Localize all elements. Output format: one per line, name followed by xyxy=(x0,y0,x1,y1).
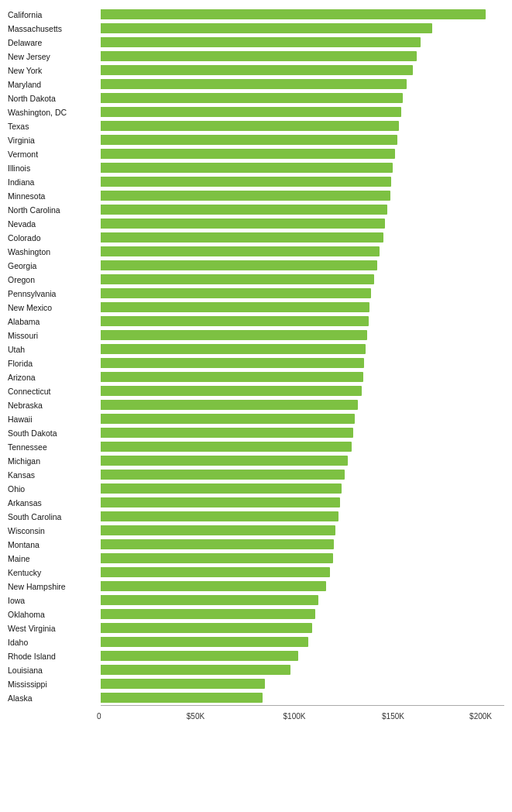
table-row: Utah xyxy=(8,342,504,356)
table-row: Maryland xyxy=(8,77,504,91)
bar-label: Massachusetts xyxy=(8,24,101,33)
bar-track xyxy=(101,149,504,159)
table-row: Virginia xyxy=(8,133,504,146)
table-row: Oregon xyxy=(8,273,504,286)
bar-fill xyxy=(101,595,318,605)
bar-label: Missouri xyxy=(8,331,101,340)
bar-label: Michigan xyxy=(8,456,101,466)
bar-fill xyxy=(101,665,290,675)
bar-fill xyxy=(101,205,387,215)
x-axis-label: $150K xyxy=(344,712,443,721)
bar-label: Texas xyxy=(8,122,101,131)
table-row: West Virginia xyxy=(8,621,504,635)
table-row: Florida xyxy=(8,356,504,370)
bar-label: Washington xyxy=(8,247,101,256)
table-row: Massachusetts xyxy=(8,22,504,35)
bar-label: Utah xyxy=(8,345,101,354)
bar-track xyxy=(101,344,504,354)
bar-track xyxy=(101,135,504,145)
bar-fill xyxy=(101,218,385,229)
bar-fill xyxy=(101,623,312,633)
table-row: Michigan xyxy=(8,454,504,467)
bar-fill xyxy=(101,232,383,243)
bar-label: New York xyxy=(8,66,101,75)
bar-fill xyxy=(101,693,263,703)
table-row: Washington, DC xyxy=(8,105,504,119)
table-row: New Hampshire xyxy=(8,580,504,593)
bar-fill xyxy=(101,93,403,103)
table-row: Idaho xyxy=(8,635,504,649)
bar-label: Arizona xyxy=(8,373,101,382)
bar-chart: CaliforniaMassachusettsDelawareNew Jerse… xyxy=(8,8,504,721)
table-row: Louisiana xyxy=(8,663,504,676)
bar-track xyxy=(101,511,504,521)
table-row: Iowa xyxy=(8,594,504,607)
bar-fill xyxy=(101,37,421,47)
bar-label: Nebraska xyxy=(8,401,101,410)
bar-fill xyxy=(101,456,348,466)
bar-fill xyxy=(101,274,374,284)
bar-track xyxy=(101,581,504,591)
bar-label: Vermont xyxy=(8,150,101,159)
bar-fill xyxy=(101,121,399,131)
bar-fill xyxy=(101,149,395,159)
bar-track xyxy=(101,274,504,284)
bar-track xyxy=(101,232,504,243)
bar-track xyxy=(101,316,504,326)
table-row: Kansas xyxy=(8,468,504,481)
bar-track xyxy=(101,9,504,19)
bar-track xyxy=(101,623,504,633)
bar-label: New Hampshire xyxy=(8,582,101,591)
table-row: North Carolina xyxy=(8,203,504,216)
bar-track xyxy=(101,553,504,563)
bar-fill xyxy=(101,330,367,340)
bar-track xyxy=(101,163,504,173)
bar-track xyxy=(101,177,504,187)
x-axis-label: 0 xyxy=(97,712,146,721)
bar-label: Alabama xyxy=(8,317,101,326)
bar-label: Louisiana xyxy=(8,666,101,675)
bar-label: Idaho xyxy=(8,638,101,647)
bar-label: California xyxy=(8,10,101,19)
table-row: Washington xyxy=(8,245,504,258)
bar-track xyxy=(101,302,504,312)
bar-label: Maryland xyxy=(8,80,101,89)
bar-track xyxy=(101,595,504,605)
bar-track xyxy=(101,386,504,396)
x-axis-label: $50K xyxy=(146,712,246,721)
bar-track xyxy=(101,693,504,703)
x-axis-line xyxy=(101,705,504,706)
bar-fill xyxy=(101,553,333,563)
bar-track xyxy=(101,330,504,340)
bar-fill xyxy=(101,442,352,452)
bar-fill xyxy=(101,9,486,19)
bar-track xyxy=(101,121,504,131)
bar-label: Florida xyxy=(8,359,101,368)
x-axis: 0$50K$100K$150K$200K xyxy=(8,712,504,721)
table-row: New York xyxy=(8,64,504,77)
table-row: Nevada xyxy=(8,217,504,230)
table-row: Nebraska xyxy=(8,398,504,411)
bar-track xyxy=(101,442,504,452)
bar-track xyxy=(101,665,504,675)
table-row: Pennsylvania xyxy=(8,287,504,300)
table-row: Maine xyxy=(8,552,504,565)
bar-fill xyxy=(101,79,407,89)
table-row: Oklahoma xyxy=(8,607,504,621)
bar-label: Delaware xyxy=(8,38,101,47)
table-row: South Carolina xyxy=(8,510,504,523)
bar-track xyxy=(101,470,504,480)
table-row: Indiana xyxy=(8,175,504,188)
table-row: Illinois xyxy=(8,161,504,174)
bar-fill xyxy=(101,288,371,298)
bar-fill xyxy=(101,525,335,535)
bar-fill xyxy=(101,107,401,117)
bar-fill xyxy=(101,483,342,494)
bar-label: Colorado xyxy=(8,233,101,243)
table-row: Georgia xyxy=(8,259,504,272)
bar-label: North Carolina xyxy=(8,205,101,215)
table-row: Mississippi xyxy=(8,677,504,690)
bar-label: Kentucky xyxy=(8,568,101,577)
table-row: Montana xyxy=(8,538,504,551)
bar-track xyxy=(101,539,504,549)
